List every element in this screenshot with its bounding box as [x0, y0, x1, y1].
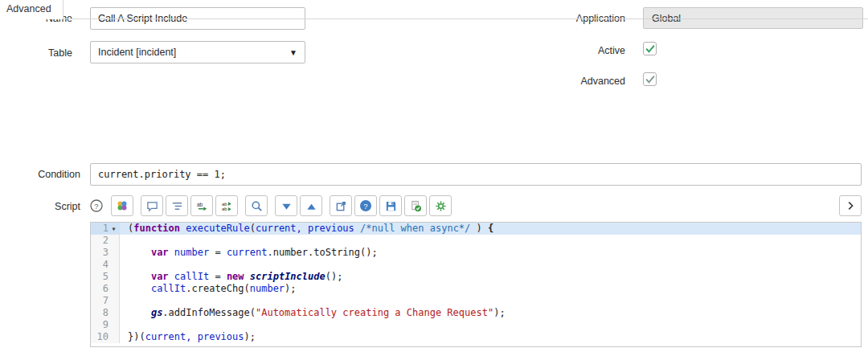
syntax-highlight-button[interactable]: [111, 195, 133, 216]
replace-all-icon: abab: [221, 200, 233, 212]
format-code-icon: [171, 200, 183, 212]
line-number: 9: [92, 319, 108, 331]
code-line: 1▾(function executeRule(current, previou…: [91, 223, 861, 235]
save-icon: [385, 200, 397, 212]
script-debug-button[interactable]: [429, 195, 452, 216]
unfold-all-button[interactable]: [300, 195, 322, 216]
line-number: 5: [92, 271, 108, 283]
line-number-gutter[interactable]: 1▾: [91, 223, 120, 235]
code-text: (function executeRule(current, previous …: [120, 223, 493, 235]
check-icon: [645, 43, 656, 55]
code-text: [120, 235, 128, 247]
code-text: })(current, previous);: [120, 331, 256, 343]
svg-text:?: ?: [363, 202, 367, 211]
syntax-check-icon: [410, 200, 422, 212]
editor-expand-button[interactable]: [839, 195, 862, 216]
active-label: Active: [553, 45, 625, 56]
tab-strip: Advanced: [0, 0, 868, 19]
syntax-highlight-icon: [116, 199, 129, 212]
fold-all-button[interactable]: [275, 195, 297, 216]
line-number-gutter[interactable]: 2: [91, 235, 120, 247]
script-label: Script: [8, 201, 80, 212]
line-number: 2: [92, 235, 108, 247]
condition-input[interactable]: [90, 163, 862, 186]
open-window-button[interactable]: [330, 195, 352, 216]
code-line: 3 var number = current.number.toString()…: [91, 247, 861, 259]
line-number-gutter[interactable]: 6: [91, 283, 120, 295]
code-text: gs.addInfoMessage("Automatically creatin…: [120, 307, 506, 319]
line-number-gutter[interactable]: 10: [91, 331, 120, 343]
line-number-gutter[interactable]: 9: [91, 319, 120, 331]
code-line: 4: [91, 259, 861, 271]
toolbar-group: [111, 195, 133, 216]
code-text: var callIt = new scriptInclude();: [120, 271, 342, 283]
line-number: 4: [92, 259, 108, 271]
line-number: 6: [92, 283, 108, 295]
code-text: [120, 319, 128, 331]
save-button[interactable]: [379, 195, 402, 216]
script-debug-icon: [435, 200, 447, 212]
help-filled-button[interactable]: ?: [354, 195, 377, 216]
code-text: [120, 259, 128, 271]
svg-text:ab: ab: [196, 201, 203, 207]
replace-icon: ab: [196, 200, 208, 212]
table-label: Table: [0, 47, 72, 59]
svg-text:ab: ab: [221, 206, 227, 211]
line-number: 7: [92, 295, 108, 307]
line-number-gutter[interactable]: 7: [91, 295, 120, 307]
code-line: 9: [91, 319, 861, 331]
line-number: 3: [92, 247, 108, 259]
tab-advanced[interactable]: Advanced: [0, 0, 63, 19]
script-editor[interactable]: 1▾(function executeRule(current, previou…: [90, 222, 862, 347]
table-select-value: Incident [incident]: [98, 47, 176, 58]
advanced-label: Advanced: [553, 76, 625, 87]
chevron-right-icon: [845, 200, 856, 211]
line-number-gutter[interactable]: 5: [91, 271, 120, 283]
toolbar-group: [245, 195, 268, 216]
line-number: 8: [92, 307, 108, 319]
code-line: 5 var callIt = new scriptInclude();: [91, 271, 861, 283]
fold-marker-icon[interactable]: ▾: [108, 223, 119, 235]
syntax-check-button[interactable]: [404, 195, 427, 216]
toolbar-group: ababab: [141, 195, 238, 216]
replace-button[interactable]: ab: [190, 195, 213, 216]
code-text: [120, 295, 128, 307]
line-number-gutter[interactable]: 3: [91, 247, 120, 259]
line-number-gutter[interactable]: 4: [91, 259, 120, 271]
code-line: 7: [91, 295, 861, 307]
replace-all-button[interactable]: abab: [215, 195, 238, 216]
caret-down-icon: ▼: [289, 48, 297, 57]
toolbar-group: [275, 195, 322, 216]
svg-text:?: ?: [94, 202, 98, 211]
unfold-all-icon: [305, 200, 317, 212]
code-line: 2: [91, 235, 861, 247]
help-circle-icon[interactable]: ?: [90, 199, 103, 212]
search-button[interactable]: [245, 195, 268, 216]
script-toolbar: ? ababab?: [90, 194, 862, 217]
comment-button[interactable]: [141, 195, 163, 216]
toolbar-group: ?: [330, 195, 452, 216]
business-rule-form: Name Table Incident [incident] ▼ Applica…: [0, 0, 868, 352]
format-code-button[interactable]: [166, 195, 188, 216]
comment-icon: [146, 200, 158, 212]
code-line: 6 callIt.createChg(number);: [91, 283, 861, 295]
line-number: 10: [92, 331, 108, 343]
code-line: 8 gs.addInfoMessage("Automatically creat…: [91, 307, 861, 319]
active-checkbox[interactable]: [643, 42, 657, 55]
code-text: var number = current.number.toString();: [120, 247, 378, 259]
open-window-icon: [335, 200, 347, 212]
line-number: 1: [92, 223, 108, 235]
advanced-checkbox[interactable]: [643, 72, 657, 86]
fold-all-icon: [280, 200, 293, 212]
code-text: callIt.createChg(number);: [120, 283, 297, 295]
line-number-gutter[interactable]: 8: [91, 307, 120, 319]
search-icon: [251, 200, 263, 212]
table-select[interactable]: Incident [incident] ▼: [90, 41, 305, 63]
code-line: 10})(current, previous);: [91, 331, 861, 343]
help-filled-icon: ?: [359, 199, 372, 212]
check-icon: [645, 74, 656, 85]
condition-label: Condition: [8, 169, 80, 180]
